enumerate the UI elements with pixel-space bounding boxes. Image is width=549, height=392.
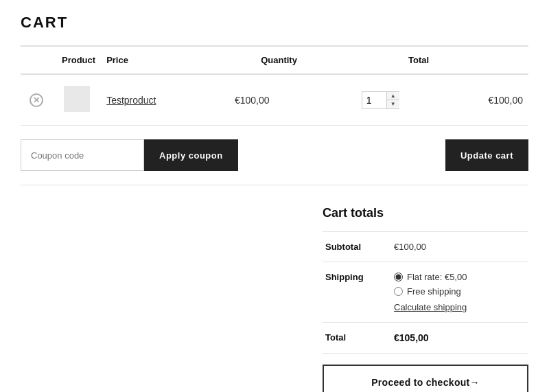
col-header-price: Price <box>101 46 229 74</box>
coupon-section: Apply coupon <box>21 139 238 171</box>
cart-title: CART <box>21 14 528 32</box>
page-container: CART Product Price Quantity Total ✕ Test… <box>0 0 549 392</box>
checkout-button[interactable]: Proceed to checkout→ <box>323 365 528 392</box>
calculate-shipping-link[interactable]: Calculate shipping <box>394 302 526 312</box>
subtotal-value: €100,00 <box>391 232 528 262</box>
quantity-cell: ▲ ▼ <box>329 74 432 126</box>
cart-totals-title: Cart totals <box>323 206 528 220</box>
col-header-total: Total <box>329 46 432 74</box>
remove-cell: ✕ <box>21 74 53 126</box>
apply-coupon-button[interactable]: Apply coupon <box>144 139 238 171</box>
coupon-input[interactable] <box>21 139 144 171</box>
cart-table: Product Price Quantity Total ✕ Testprodu… <box>21 45 528 126</box>
product-name-cell: Testproduct <box>101 74 229 126</box>
shipping-radio-free[interactable] <box>394 287 403 296</box>
shipping-flat-label: Flat rate: €5,00 <box>407 272 467 282</box>
total-label: Total <box>323 323 391 354</box>
cart-actions-row: Apply coupon Update cart <box>21 126 528 185</box>
quantity-spinners: ▲ ▼ <box>386 92 399 108</box>
shipping-radio-flat[interactable] <box>394 273 403 281</box>
cart-totals-box: Cart totals Subtotal €100,00 Shipping Fl… <box>323 206 528 392</box>
shipping-label: Shipping <box>323 262 391 323</box>
cart-totals-section: Cart totals Subtotal €100,00 Shipping Fl… <box>21 206 528 392</box>
total-row: Total €105,00 <box>323 323 528 354</box>
shipping-value: Flat rate: €5,00 Free shipping Calculate… <box>391 262 528 323</box>
price-cell: €100,00 <box>229 74 329 126</box>
subtotal-row: Subtotal €100,00 <box>323 232 528 262</box>
col-header-product: Product <box>21 46 101 74</box>
shipping-row: Shipping Flat rate: €5,00 Free shipping <box>323 262 528 323</box>
table-row: ✕ Testproduct €100,00 ▲ ▼ <box>21 74 528 126</box>
shipping-options: Flat rate: €5,00 Free shipping <box>394 272 526 297</box>
quantity-down-arrow[interactable]: ▼ <box>387 100 399 108</box>
quantity-input-wrapper: ▲ ▼ <box>362 91 399 109</box>
subtotal-label: Subtotal <box>323 232 391 262</box>
shipping-option-flat[interactable]: Flat rate: €5,00 <box>394 272 526 282</box>
shipping-free-label: Free shipping <box>407 286 461 297</box>
product-link[interactable]: Testproduct <box>106 95 156 106</box>
product-image <box>64 86 90 112</box>
product-image-cell <box>53 74 101 126</box>
totals-table: Subtotal €100,00 Shipping Flat rate: €5,… <box>323 231 528 354</box>
update-cart-button[interactable]: Update cart <box>445 139 528 171</box>
quantity-input[interactable] <box>362 92 386 108</box>
remove-icon[interactable]: ✕ <box>30 93 43 107</box>
col-header-quantity: Quantity <box>229 46 329 74</box>
total-value: €105,00 <box>391 323 528 354</box>
total-cell: €100,00 <box>432 74 528 126</box>
quantity-up-arrow[interactable]: ▲ <box>387 92 399 100</box>
shipping-option-free[interactable]: Free shipping <box>394 286 526 297</box>
